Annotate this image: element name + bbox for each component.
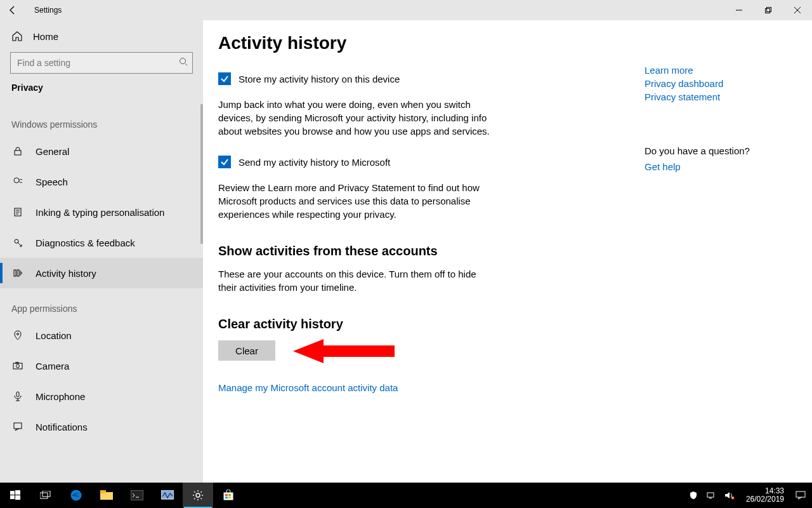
home-icon [11, 30, 23, 42]
minimize-icon [736, 7, 742, 13]
section-accounts-text: These are your accounts on this device. … [218, 267, 491, 294]
group-windows-permissions: Windows permissions [0, 104, 203, 136]
activity-icon [11, 268, 24, 278]
description-text: Review the Learn more and Privacy Statem… [218, 181, 491, 221]
svg-rect-32 [707, 493, 714, 497]
search-input[interactable] [10, 52, 193, 74]
privacy-dashboard-link[interactable]: Privacy dashboard [645, 78, 750, 89]
svg-rect-16 [15, 490, 20, 495]
svg-rect-1 [767, 8, 771, 12]
window-controls [724, 0, 812, 20]
sidebar-item-label: Inking & typing personalisation [36, 207, 164, 218]
microphone-icon [11, 391, 24, 401]
home-label: Home [33, 31, 58, 42]
sidebar-item-activity-history[interactable]: Activity history [0, 258, 203, 288]
svg-marker-14 [293, 339, 395, 363]
question-text: Do you have a question? [645, 145, 750, 156]
location-icon [11, 330, 24, 340]
svg-rect-3 [15, 150, 21, 155]
taskbar-clock[interactable]: 14:33 26/02/2019 [741, 487, 789, 504]
taskbar-app-explorer[interactable] [91, 483, 122, 508]
taskbar-app-edge[interactable] [61, 483, 91, 508]
svg-rect-19 [40, 493, 48, 498]
aside-column: Learn more Privacy dashboard Privacy sta… [645, 33, 797, 483]
close-icon [794, 7, 801, 13]
taskbar-app-settings[interactable] [183, 483, 213, 508]
sidebar-item-notifications[interactable]: Notifications [0, 411, 203, 442]
action-center-button[interactable] [793, 483, 808, 508]
sidebar-item-label: Activity history [36, 268, 96, 279]
checkbox-store-activity[interactable]: Store my activity history on this device [218, 72, 645, 85]
sidebar-item-label: Location [36, 330, 72, 341]
notifications-icon [11, 422, 24, 432]
taskbar: 14:33 26/02/2019 [0, 483, 812, 508]
search-icon [179, 57, 188, 69]
start-button[interactable] [0, 483, 30, 508]
taskbar-app-terminal[interactable] [122, 483, 152, 508]
lock-icon [11, 146, 24, 156]
camera-icon [11, 361, 24, 371]
svg-rect-20 [43, 491, 50, 497]
page-title: Activity history [218, 33, 645, 53]
svg-rect-31 [228, 497, 231, 498]
checkbox-label: Send my activity history to Microsoft [239, 157, 390, 168]
svg-point-8 [17, 333, 19, 335]
svg-rect-0 [766, 9, 770, 13]
taskbar-app-store[interactable] [213, 483, 244, 508]
search-box[interactable] [10, 52, 193, 74]
gear-icon [192, 490, 204, 501]
svg-point-2 [180, 58, 186, 64]
sidebar-item-inking[interactable]: Inking & typing personalisation [0, 197, 203, 227]
tray-security-icon[interactable] [686, 483, 700, 508]
window-title: Settings [34, 6, 62, 15]
checkbox-checked-icon [218, 156, 231, 168]
terminal-icon [131, 490, 143, 500]
checkbox-send-activity[interactable]: Send my activity history to Microsoft [218, 156, 645, 168]
svg-rect-23 [100, 490, 106, 493]
sidebar-item-diagnostics[interactable]: Diagnostics & feedback [0, 227, 203, 258]
close-button[interactable] [783, 0, 812, 20]
annotation-arrow-icon [293, 337, 395, 366]
svg-rect-9 [13, 363, 22, 369]
description-text: Jump back into what you were doing, even… [218, 98, 491, 138]
sidebar-item-label: Diagnostics & feedback [36, 237, 135, 248]
sidebar-item-label: General [36, 146, 69, 157]
sidebar-item-general[interactable]: General [0, 136, 203, 166]
sidebar-item-camera[interactable]: Camera [0, 351, 203, 381]
minimize-button[interactable] [724, 0, 754, 20]
clear-button[interactable]: Clear [218, 340, 275, 361]
group-app-permissions: App permissions [0, 288, 203, 320]
sidebar-item-label: Notifications [36, 422, 88, 432]
tray-network-icon[interactable] [704, 483, 718, 508]
checkbox-checked-icon [218, 72, 231, 85]
edge-icon [70, 489, 82, 502]
svg-rect-24 [131, 490, 143, 500]
svg-point-26 [196, 493, 200, 497]
maximize-button[interactable] [754, 0, 783, 20]
tray-volume-icon[interactable] [722, 483, 737, 508]
svg-rect-13 [14, 423, 22, 429]
back-button[interactable] [0, 0, 25, 20]
taskbar-app-monitor[interactable] [152, 483, 183, 508]
privacy-statement-link[interactable]: Privacy statement [645, 91, 750, 102]
checkbox-label: Store my activity history on this device [239, 74, 400, 84]
svg-rect-18 [15, 495, 20, 500]
sidebar-item-speech[interactable]: Speech [0, 166, 203, 197]
svg-rect-6 [14, 270, 16, 276]
manage-activity-link[interactable]: Manage my Microsoft account activity dat… [218, 382, 645, 393]
learn-more-link[interactable]: Learn more [645, 65, 750, 76]
svg-rect-7 [17, 270, 19, 276]
sidebar-item-location[interactable]: Location [0, 320, 203, 351]
sidebar-item-label: Camera [36, 361, 69, 371]
svg-rect-27 [224, 493, 233, 500]
content-area: Activity history Store my activity histo… [203, 20, 812, 483]
main-column: Activity history Store my activity histo… [218, 33, 645, 483]
svg-rect-29 [228, 494, 231, 496]
task-view-button[interactable] [30, 483, 61, 508]
home-button[interactable]: Home [0, 20, 203, 52]
sysmonitor-icon [161, 490, 174, 500]
feedback-icon [11, 237, 24, 248]
section-clear-heading: Clear activity history [218, 317, 645, 331]
get-help-link[interactable]: Get help [645, 161, 750, 172]
sidebar-item-microphone[interactable]: Microphone [0, 381, 203, 411]
